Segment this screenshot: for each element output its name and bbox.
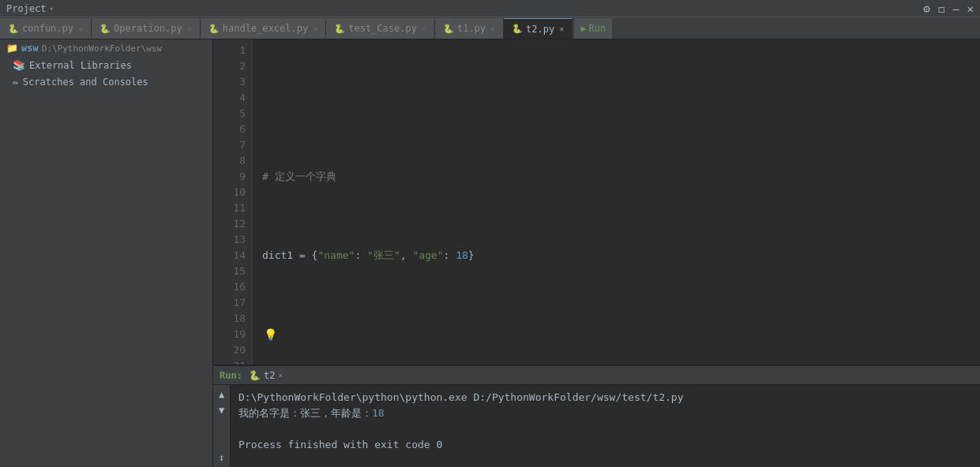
project-root-item[interactable]: 📁 wsw D:\PythonWorkFolder\wsw	[0, 39, 212, 57]
code-line-2: # 定义一个字典	[262, 169, 971, 185]
comment-text: # 定义一个字典	[262, 169, 336, 185]
scroll-up-button[interactable]: ▲	[216, 388, 228, 401]
line-num-21: 21	[213, 358, 246, 364]
project-name: wsw	[21, 43, 39, 54]
line-num-20: 20	[213, 342, 246, 358]
project-label[interactable]: Project ▾	[6, 3, 54, 14]
line-num-12: 12	[213, 216, 246, 232]
main-area: 📁 wsw D:\PythonWorkFolder\wsw 📚 External…	[0, 39, 980, 467]
line-num-18: 18	[213, 311, 246, 327]
line-num-15: 15	[213, 263, 246, 279]
close-tab-icon[interactable]: ✕	[422, 24, 426, 33]
console-tab-label: t2	[264, 370, 275, 381]
line-num-19: 19	[213, 327, 246, 342]
code-line-1	[262, 90, 971, 106]
line-num-11: 11	[213, 200, 246, 216]
console-line-exit: Process finished with exit code 0	[238, 437, 972, 453]
chevron-down-icon: ▾	[50, 5, 54, 13]
maximize-icon[interactable]: ◻	[938, 2, 944, 15]
code-line-4-bulb: 💡	[262, 327, 971, 342]
sidebar-item-label: Scratches and Consoles	[23, 77, 148, 88]
key-name: "name"	[317, 248, 355, 263]
console-tab-bar: Run: 🐍 t2 ✕	[213, 366, 980, 385]
tab-test-case[interactable]: 🐍 test_Case.py ✕	[326, 18, 435, 39]
top-bar-icons: ⚙ ◻ — ✕	[923, 2, 974, 15]
close-tab-icon[interactable]: ✕	[187, 24, 192, 33]
python-icon: 🐍	[208, 24, 220, 34]
console-exit-message: Process finished with exit code 0	[238, 437, 442, 453]
line-num-4: 4	[213, 90, 246, 106]
line-num-8: 8	[213, 153, 246, 169]
sidebar-item-scratches[interactable]: ✏ Scratches and Consoles	[0, 73, 212, 90]
tab-label: handle_excel.py	[223, 23, 308, 34]
close-console-tab-icon[interactable]: ✕	[278, 371, 283, 379]
project-path: D:\PythonWorkFolder\wsw	[42, 43, 162, 54]
line-num-2: 2	[213, 58, 246, 74]
key-age: "age"	[412, 248, 443, 263]
minimize-icon[interactable]: —	[952, 2, 959, 15]
str-value-name: "张三"	[367, 248, 400, 263]
line-num-16: 16	[213, 279, 246, 295]
tab-label: t1.py	[457, 23, 486, 34]
console-content: ▲ ▼ ↕ D:\PythonWorkFolder\python\python.…	[213, 385, 980, 467]
code-editor[interactable]: 1 2 3 4 5 6 7 8 9 10 11 12 13 14 15 16 1…	[213, 39, 980, 364]
console-output-text: 我的名字是：张三，年龄是：	[238, 405, 372, 421]
line-num-10: 10	[213, 185, 246, 200]
tab-t1[interactable]: 🐍 t1.py ✕	[435, 18, 504, 39]
tab-label: confun.py	[22, 23, 73, 34]
close-tab-icon[interactable]: ✕	[559, 24, 564, 33]
run-icon: ▶	[580, 23, 586, 34]
close-tab-icon[interactable]: ✕	[78, 24, 83, 33]
editor-area: 1 2 3 4 5 6 7 8 9 10 11 12 13 14 15 16 1…	[213, 39, 980, 467]
run-label: Run:	[220, 370, 242, 381]
console-line-output: 我的名字是：张三，年龄是：18	[238, 405, 972, 421]
line-num-1: 1	[213, 43, 246, 58]
line-num-14: 14	[213, 248, 246, 263]
tab-handle-excel[interactable]: 🐍 handle_excel.py ✕	[201, 18, 326, 39]
line-num-3: 3	[213, 74, 246, 90]
tab-label: Operation.py	[114, 23, 182, 34]
folder-icon: 📁	[6, 43, 18, 54]
tab-label: test_Case.py	[348, 23, 417, 34]
scroll-down-button[interactable]: ▼	[216, 404, 228, 417]
line-num-6: 6	[213, 121, 246, 137]
console-area: Run: 🐍 t2 ✕ ▲ ▼ ↕ D:\PythonWorkFolder\py…	[213, 364, 980, 467]
close-icon[interactable]: ✕	[967, 2, 974, 15]
console-side-buttons: ▲ ▼ ↕	[213, 385, 231, 467]
console-line-cmd: D:\PythonWorkFolder\python\python.exe D:…	[238, 390, 972, 405]
close-tab-icon[interactable]: ✕	[313, 24, 317, 33]
tab-bar: 🐍 confun.py ✕ 🐍 Operation.py ✕ 🐍 handle_…	[0, 17, 980, 39]
sidebar-item-external-libraries[interactable]: 📚 External Libraries	[0, 57, 212, 73]
console-highlight-value: 18	[372, 405, 385, 421]
line-num-17: 17	[213, 295, 246, 311]
tab-operation[interactable]: 🐍 Operation.py ✕	[92, 18, 201, 39]
line-numbers: 1 2 3 4 5 6 7 8 9 10 11 12 13 14 15 16 1…	[213, 39, 253, 364]
library-icon: 📚	[13, 59, 25, 71]
sidebar: 📁 wsw D:\PythonWorkFolder\wsw 📚 External…	[0, 39, 213, 467]
python-icon: 🐍	[8, 24, 19, 34]
python-icon: 🐍	[512, 24, 523, 34]
num-age: 18	[456, 248, 468, 263]
bulb-icon: 💡	[264, 327, 277, 342]
python-icon: 🐍	[443, 24, 454, 34]
code-lines[interactable]: # 定义一个字典 dict1 = {"name": "张三", "age": 1…	[253, 39, 980, 364]
tab-label: t2.py	[526, 24, 554, 35]
stop-button[interactable]: ↕	[216, 451, 228, 464]
console-tab-t2[interactable]: 🐍 t2 ✕	[249, 370, 283, 381]
sidebar-item-label: External Libraries	[29, 60, 132, 71]
var-name: dict1 = {	[262, 248, 317, 263]
line-num-5: 5	[213, 106, 246, 121]
run-label: Run	[588, 23, 606, 34]
line-num-7: 7	[213, 137, 246, 153]
console-line-blank	[238, 421, 972, 437]
python-icon: 🐍	[334, 24, 345, 34]
python-icon: 🐍	[100, 24, 111, 34]
close-tab-icon[interactable]: ✕	[490, 24, 495, 33]
tab-t2-active[interactable]: 🐍 t2.py ✕	[504, 18, 573, 39]
line-num-13: 13	[213, 232, 246, 248]
project-text: Project	[6, 3, 47, 14]
tab-confun[interactable]: 🐍 confun.py ✕	[0, 18, 92, 39]
line-num-9: 9	[213, 169, 246, 185]
run-button[interactable]: ▶ Run	[574, 18, 612, 39]
settings-icon[interactable]: ⚙	[923, 2, 929, 15]
